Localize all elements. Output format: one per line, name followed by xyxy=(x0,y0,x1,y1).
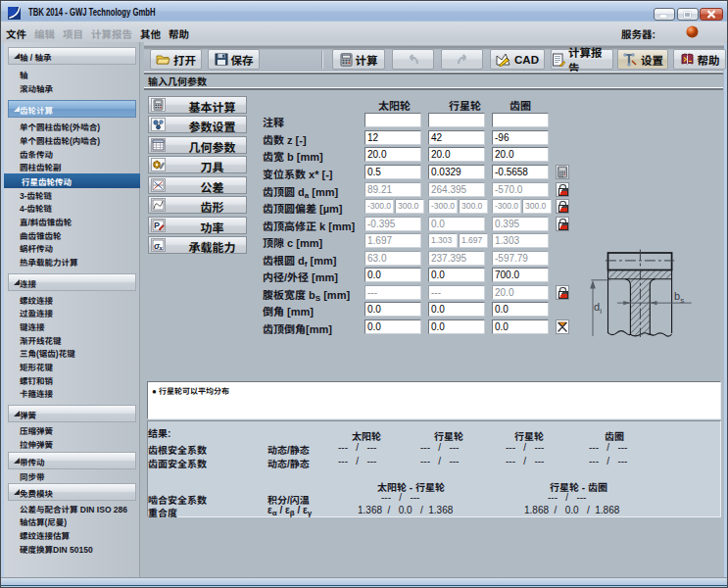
svg-text:di: di xyxy=(594,301,602,316)
svg-text:bs: bs xyxy=(674,290,684,305)
